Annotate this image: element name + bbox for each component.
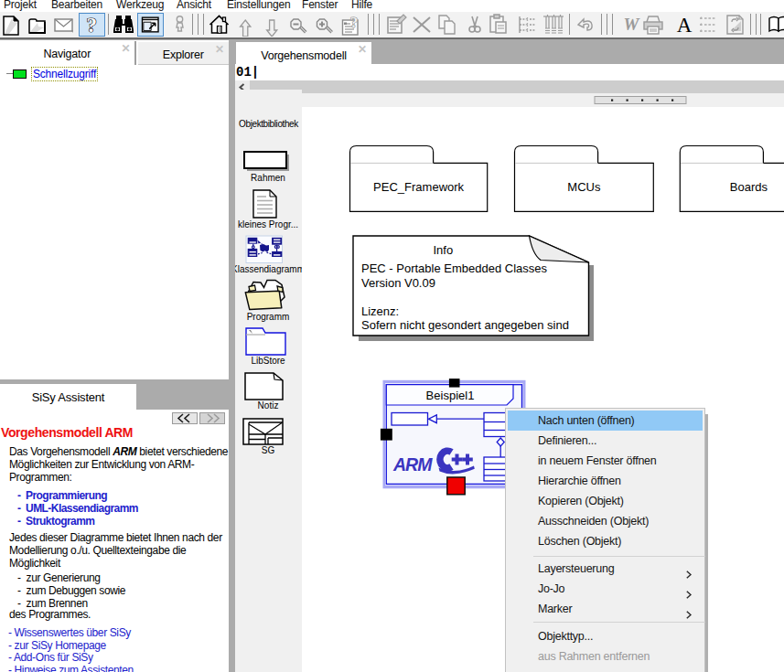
svg-text:Sofern nicht gesondert angegeb: Sofern nicht gesondert angegeben sind [361, 318, 569, 332]
svg-text:Notiz: Notiz [258, 400, 279, 411]
svg-text:Rahmen: Rahmen [251, 173, 285, 183]
svg-text:Beispiel1: Beispiel1 [426, 389, 475, 402]
svg-text:Boards: Boards [730, 180, 768, 194]
svg-text:MCUs: MCUs [567, 180, 601, 194]
svg-text:SG: SG [262, 445, 275, 455]
svg-text:Klassendiagramm: Klassendiagramm [235, 264, 302, 274]
svg-text:W: W [624, 15, 640, 34]
svg-text:PEC_Framework: PEC_Framework [373, 180, 464, 194]
svg-text:Lizenz:: Lizenz: [361, 304, 399, 318]
svg-text:Version V0.09: Version V0.09 [361, 276, 435, 290]
svg-text:A: A [677, 14, 693, 37]
svg-text:LibStore: LibStore [251, 356, 285, 366]
svg-text:Info: Info [434, 243, 454, 257]
svg-text:?: ? [350, 14, 359, 31]
svg-text:PEC - Portable Embedded Classe: PEC - Portable Embedded Classes [361, 261, 548, 275]
svg-text:kleines Progr...: kleines Progr... [238, 219, 298, 229]
svg-text:ARM: ARM [392, 454, 433, 475]
svg-text:?: ? [86, 14, 97, 36]
svg-text:Programm: Programm [247, 312, 290, 322]
